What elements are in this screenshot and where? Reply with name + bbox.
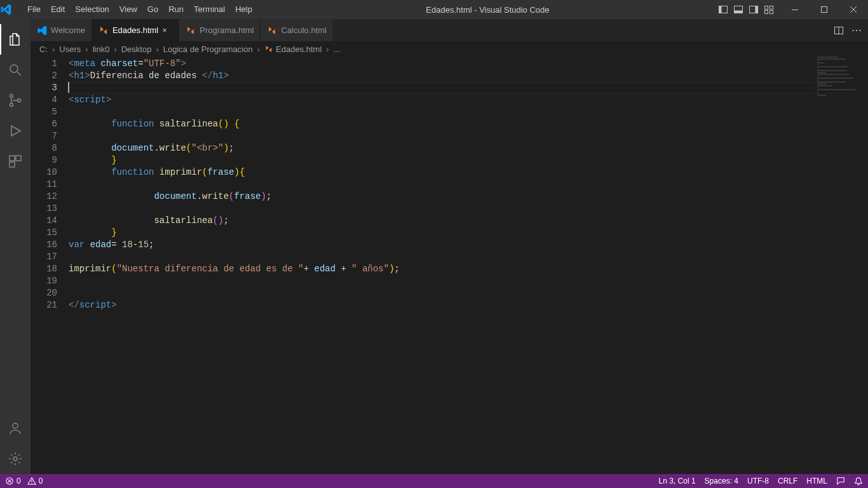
line-number: 12: [31, 191, 69, 203]
activity-explorer[interactable]: [0, 24, 31, 55]
status-eol[interactable]: CRLF: [778, 477, 797, 485]
activity-source-control[interactable]: [0, 85, 31, 116]
svg-rect-9: [770, 11, 773, 14]
code-line[interactable]: [69, 251, 868, 263]
breadcrumb-segment[interactable]: Desktop: [121, 44, 152, 54]
code-line[interactable]: </script>: [69, 299, 868, 311]
code-line[interactable]: document.write("<br>");: [69, 142, 868, 154]
svg-point-14: [10, 104, 13, 107]
code-editor[interactable]: 123456789101112131415161718192021 <meta …: [31, 57, 868, 474]
activity-accounts[interactable]: [0, 413, 31, 444]
line-number: 7: [31, 130, 69, 142]
code-line[interactable]: function imprimir(frase){: [69, 166, 868, 179]
editor-column: Welcome Edades.html × Programa.html Calc…: [31, 19, 868, 474]
activity-search[interactable]: [0, 55, 31, 85]
vertical-scrollbar[interactable]: [859, 57, 868, 474]
toggle-panel-icon[interactable]: [733, 4, 743, 15]
line-number: 2: [31, 70, 69, 82]
code-content[interactable]: <meta charset="UTF-8"><h1>Diferencia de …: [69, 57, 868, 474]
svg-rect-11: [822, 7, 827, 13]
line-number: 20: [31, 287, 69, 299]
activity-run-debug[interactable]: [0, 116, 31, 146]
code-line[interactable]: }: [69, 154, 868, 166]
breadcrumb-file[interactable]: Edades.html: [276, 44, 322, 54]
chevron-right-icon: ›: [154, 44, 160, 54]
code-line[interactable]: }: [69, 227, 868, 239]
tab-calculo[interactable]: Calculo.html: [261, 19, 334, 41]
code-line[interactable]: document.write(frase);: [69, 191, 868, 203]
breadcrumb-segment[interactable]: Users: [59, 44, 81, 54]
chevron-right-icon: ›: [112, 44, 118, 54]
status-encoding[interactable]: UTF-8: [747, 477, 769, 485]
code-line[interactable]: [69, 106, 868, 118]
split-editor-icon[interactable]: [834, 25, 844, 36]
breadcrumb-tail[interactable]: ...: [334, 44, 341, 54]
status-bar: 0 0 Ln 3, Col 1 Spaces: 4 UTF-8 CRLF HTM…: [0, 474, 868, 488]
activity-bar: [0, 19, 31, 474]
menu-file[interactable]: File: [22, 0, 46, 19]
svg-point-25: [31, 483, 32, 484]
menu-run[interactable]: Run: [163, 0, 189, 19]
svg-rect-17: [16, 156, 21, 161]
breadcrumb[interactable]: C:› Users› link0› Desktop› Logica de Pro…: [31, 41, 868, 57]
code-line[interactable]: <h1>Diferencia de edades </h1>: [69, 70, 868, 82]
minimap[interactable]: [815, 57, 859, 474]
status-language[interactable]: HTML: [806, 477, 827, 485]
status-warnings[interactable]: 0: [27, 477, 43, 485]
line-number-gutter: 123456789101112131415161718192021: [31, 57, 69, 474]
status-cursor-position[interactable]: Ln 3, Col 1: [659, 477, 696, 485]
code-line[interactable]: [69, 287, 868, 299]
activity-extensions[interactable]: [0, 146, 31, 177]
svg-rect-16: [10, 156, 15, 161]
toggle-primary-sidebar-icon[interactable]: [718, 4, 728, 15]
svg-rect-1: [719, 6, 722, 13]
code-line[interactable]: imprimir("Nuestra diferencia de edad es …: [69, 263, 868, 275]
code-line[interactable]: [69, 82, 868, 94]
status-feedback-icon[interactable]: [836, 477, 845, 485]
close-button[interactable]: [839, 0, 868, 19]
activity-settings[interactable]: [0, 444, 31, 474]
close-icon[interactable]: ×: [162, 25, 172, 35]
svg-point-12: [10, 65, 18, 72]
more-actions-icon[interactable]: ⋯: [851, 24, 862, 36]
breadcrumb-segment[interactable]: C:: [39, 44, 48, 54]
status-errors[interactable]: 0: [5, 477, 21, 485]
minimize-button[interactable]: [780, 0, 810, 19]
code-line[interactable]: [69, 130, 868, 142]
line-number: 3: [31, 82, 69, 94]
chevron-right-icon: ›: [255, 44, 262, 54]
status-notifications-icon[interactable]: [854, 477, 863, 485]
tab-label: Welcome: [51, 25, 85, 35]
line-number: 6: [31, 118, 69, 130]
tab-edades[interactable]: Edades.html ×: [92, 19, 179, 41]
code-line[interactable]: function saltarlinea() {: [69, 118, 868, 130]
menu-help[interactable]: Help: [230, 0, 257, 19]
maximize-button[interactable]: [810, 0, 839, 19]
menu-go[interactable]: Go: [142, 0, 163, 19]
layout-controls: [718, 4, 780, 15]
chevron-right-icon: ›: [50, 44, 57, 54]
tab-programa[interactable]: Programa.html: [179, 19, 261, 41]
menu-terminal[interactable]: Terminal: [189, 0, 230, 19]
menu-view[interactable]: View: [114, 0, 142, 19]
html-file-icon: [98, 25, 109, 36]
code-line[interactable]: [69, 179, 868, 191]
breadcrumb-segment[interactable]: link0: [93, 44, 110, 54]
status-indentation[interactable]: Spaces: 4: [705, 477, 738, 485]
line-number: 4: [31, 94, 69, 106]
html-file-icon: [186, 25, 196, 36]
editor-tabs: Welcome Edades.html × Programa.html Calc…: [31, 19, 868, 41]
breadcrumb-segment[interactable]: Logica de Programacion: [163, 44, 253, 54]
toggle-secondary-sidebar-icon[interactable]: [749, 4, 759, 15]
code-line[interactable]: saltarlinea();: [69, 215, 868, 227]
code-line[interactable]: var edad= 18-15;: [69, 239, 868, 251]
code-line[interactable]: [69, 203, 868, 215]
menu-selection[interactable]: Selection: [70, 0, 114, 19]
code-line[interactable]: <meta charset="UTF-8">: [69, 58, 868, 70]
tab-welcome[interactable]: Welcome: [31, 19, 92, 41]
code-line[interactable]: [69, 275, 868, 287]
menu-edit[interactable]: Edit: [46, 0, 70, 19]
code-line[interactable]: <script>: [69, 94, 868, 106]
line-number: 10: [31, 166, 69, 179]
customize-layout-icon[interactable]: [764, 4, 774, 15]
